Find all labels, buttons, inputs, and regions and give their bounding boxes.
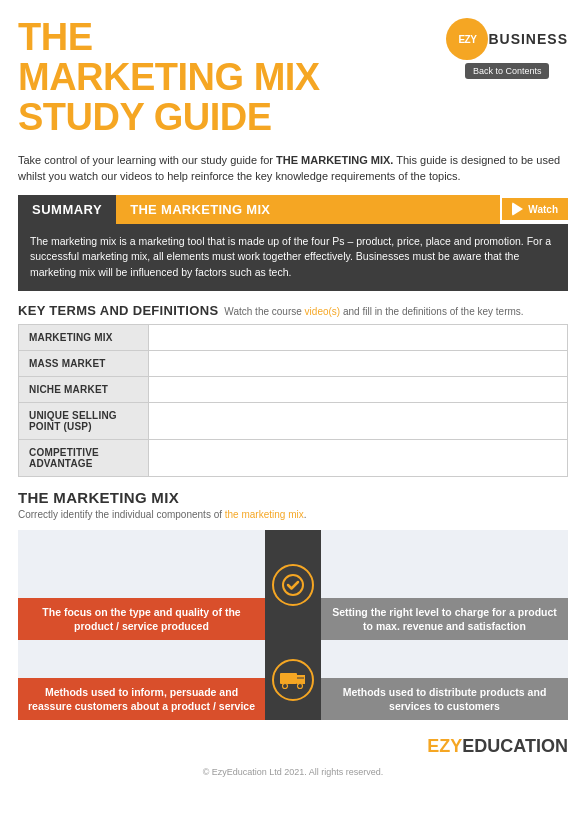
table-row: NICHE MARKET [19, 376, 568, 402]
mix-cell-product: The focus on the type and quality of the… [18, 530, 265, 640]
summary-section: SUMMARY THE MARKETING MIX Watch The mark… [18, 195, 568, 291]
ezy-logo: EZY BUSINESS Back to Contents [446, 18, 568, 79]
title-line2: MARKETING MIX [18, 56, 320, 98]
terms-table: MARKETING MIX MASS MARKET NICHE MARKET U… [18, 324, 568, 477]
term-label: COMPETITIVE ADVANTAGE [19, 439, 149, 476]
term-label: NICHE MARKET [19, 376, 149, 402]
table-row: UNIQUE SELLING POINT (USP) [19, 402, 568, 439]
header: THE MARKETING MIX STUDY GUIDE EZY BUSINE… [0, 0, 586, 148]
term-label: MASS MARKET [19, 350, 149, 376]
summary-header: SUMMARY THE MARKETING MIX Watch [18, 195, 568, 224]
play-icon [512, 202, 523, 216]
footer-edu-text: EDUCATION [462, 736, 568, 757]
intro-bold: THE MARKETING MIX. [276, 154, 393, 166]
mix-cell-price: Setting the right level to charge for a … [321, 530, 568, 640]
key-terms-title: KEY TERMS AND DEFINITIONS [18, 303, 218, 318]
mix-label-price: Setting the right level to charge for a … [321, 598, 568, 640]
term-label: UNIQUE SELLING POINT (USP) [19, 402, 149, 439]
mix-section-subtitle: Correctly identify the individual compon… [18, 509, 568, 520]
mix-section-title: THE MARKETING MIX [18, 489, 568, 506]
term-value[interactable] [149, 376, 568, 402]
key-terms-subtitle: Watch the course video(s) and fill in th… [224, 306, 523, 317]
svg-point-4 [298, 683, 303, 688]
summary-label: SUMMARY [18, 195, 116, 224]
mix-label-promotion: Methods used to inform, persuade and rea… [18, 678, 265, 720]
mix-grid: The focus on the type and quality of the… [18, 530, 568, 720]
svg-marker-2 [297, 675, 305, 684]
watch-button[interactable]: Watch [502, 198, 568, 220]
mix-center-top [265, 530, 321, 640]
title-line1: THE [18, 16, 93, 58]
truck-icon [280, 670, 306, 690]
intro-text: Take control of your learning with our s… [0, 148, 586, 195]
term-label: MARKETING MIX [19, 324, 149, 350]
term-value[interactable] [149, 350, 568, 376]
footer-copyright: © EzyEducation Ltd 2021. All rights rese… [0, 759, 586, 785]
svg-rect-1 [280, 673, 297, 684]
term-value[interactable] [149, 402, 568, 439]
back-to-contents-button[interactable]: Back to Contents [465, 63, 550, 79]
summary-body: The marketing mix is a marketing tool th… [18, 224, 568, 291]
mix-cell-promotion: Methods used to inform, persuade and rea… [18, 640, 265, 720]
table-row: COMPETITIVE ADVANTAGE [19, 439, 568, 476]
ezy-badge: EZY [446, 18, 488, 60]
title-line3: STUDY GUIDE [18, 96, 272, 138]
mix-cell-place: Methods used to distribute products and … [321, 640, 568, 720]
mix-section: THE MARKETING MIX Correctly identify the… [18, 489, 568, 720]
svg-point-3 [283, 683, 288, 688]
term-value[interactable] [149, 324, 568, 350]
check-icon-circle [272, 564, 314, 606]
key-terms-header: KEY TERMS AND DEFINITIONS Watch the cour… [18, 303, 568, 318]
summary-title: THE MARKETING MIX [116, 195, 500, 224]
mix-label-place: Methods used to distribute products and … [321, 678, 568, 720]
intro-prefix: Take control of your learning with our s… [18, 154, 276, 166]
term-value[interactable] [149, 439, 568, 476]
truck-icon-circle [272, 659, 314, 701]
checkmark-icon [282, 574, 304, 596]
mix-center-bottom [265, 640, 321, 720]
footer-ezy-text: EZY [427, 736, 462, 757]
key-terms-section: KEY TERMS AND DEFINITIONS Watch the cour… [18, 303, 568, 477]
table-row: MASS MARKET [19, 350, 568, 376]
footer-logo-row: EZY EDUCATION [0, 730, 586, 759]
table-row: MARKETING MIX [19, 324, 568, 350]
mix-label-product: The focus on the type and quality of the… [18, 598, 265, 640]
logo-text: BUSINESS [488, 31, 568, 47]
svg-point-0 [283, 575, 303, 595]
